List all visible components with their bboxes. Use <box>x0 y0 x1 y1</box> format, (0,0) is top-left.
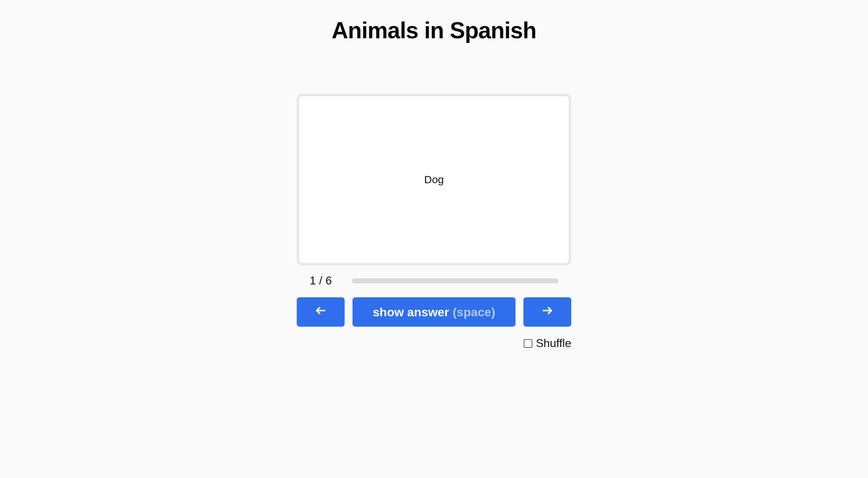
flashcard[interactable]: Dog <box>297 94 571 265</box>
flashcard-area: Dog 1 / 6 show answer (space) <box>297 94 571 350</box>
arrow-right-icon <box>541 304 553 320</box>
show-answer-button[interactable]: show answer (space) <box>352 297 516 327</box>
shuffle-row: Shuffle <box>297 337 571 350</box>
flashcard-inner: Dog <box>299 96 569 263</box>
app-container: Animals in Spanish Dog 1 / 6 <box>0 0 868 350</box>
shuffle-label: Shuffle <box>536 337 571 350</box>
prev-button[interactable] <box>297 297 345 327</box>
progress-row: 1 / 6 <box>297 274 571 287</box>
controls-row: show answer (space) <box>297 297 571 327</box>
show-answer-label: show answer <box>373 305 449 319</box>
arrow-left-icon <box>315 304 327 320</box>
flashcard-front-text: Dog <box>424 174 444 186</box>
page-title: Animals in Spanish <box>332 17 536 44</box>
shuffle-checkbox[interactable] <box>524 339 532 348</box>
show-answer-hint: (space) <box>453 305 495 319</box>
next-button[interactable] <box>523 297 571 327</box>
card-counter: 1 / 6 <box>310 274 332 287</box>
progress-bar <box>352 278 558 283</box>
